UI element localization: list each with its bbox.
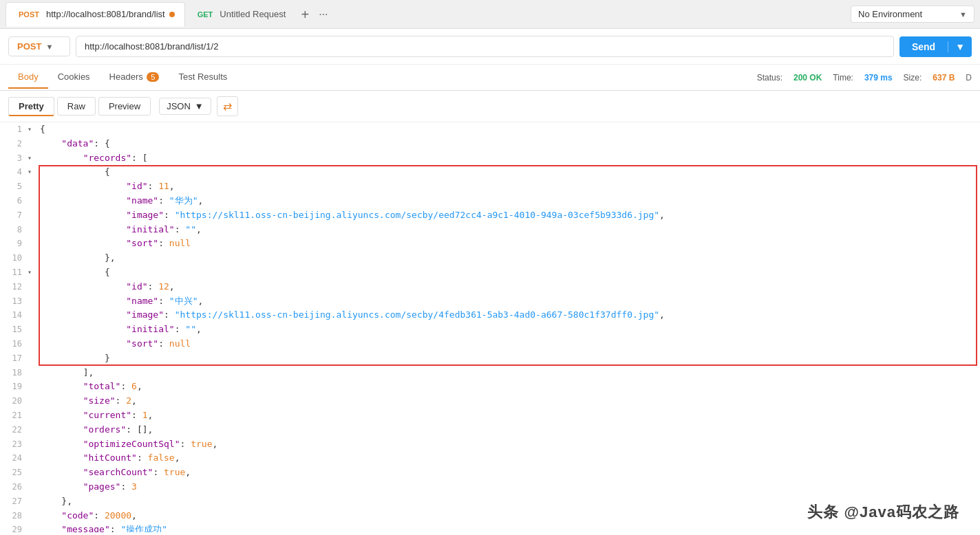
method-badge-get: GET [195,10,216,19]
format-label: JSON [167,101,191,111]
line-content: { [39,265,980,280]
line-content: "current": 1, [39,408,980,423]
table-row: 8 "initial": "", [0,223,980,237]
send-button[interactable]: Send ▼ [899,36,972,57]
line-number: 1 [0,122,28,136]
fold-arrow-icon [28,137,39,138]
table-row: 20 "size": 2, [0,394,980,408]
env-label: No Environment [858,9,922,19]
line-content: "sort": null [39,337,980,351]
table-row: 2 "data": { [0,137,980,151]
line-number: 8 [0,223,28,237]
line-content: } [39,351,980,366]
line-number: 25 [0,466,28,479]
line-number: 5 [0,179,28,193]
line-content: { [39,165,980,179]
tab-inactive-label: Untitled Request [220,9,286,19]
watermark: 头条 @Java码农之路 [807,502,959,523]
line-content: "searchCount": true, [39,466,980,480]
fold-arrow-icon [28,323,39,324]
fold-arrow-icon[interactable]: ▾ [28,265,39,278]
preview-button[interactable]: Preview [98,97,151,116]
url-input[interactable] [76,36,894,57]
fold-arrow-icon [28,523,39,524]
tab-get-inactive[interactable]: GET Untitled Request [185,2,296,27]
fold-arrow-icon [28,509,39,510]
line-content: "initial": "", [39,223,980,237]
fold-arrow-icon[interactable]: ▾ [28,165,39,177]
fold-arrow-icon[interactable]: ▾ [28,151,39,164]
line-number: 26 [0,480,28,494]
line-number: 19 [0,380,28,393]
fold-arrow-icon [28,366,39,367]
fold-arrow-icon [28,179,39,181]
table-row: 10 }, [0,251,980,265]
line-number: 18 [0,366,28,380]
fold-arrow-icon [28,480,39,481]
line-number: 12 [0,280,28,294]
line-content: "id": 12, [39,280,980,294]
body-toolbar: Pretty Raw Preview JSON ▼ ⇄ [0,91,980,122]
table-row: 22 "orders": [], [0,423,980,437]
line-number: 14 [0,308,28,322]
fold-arrow-icon [28,437,39,439]
line-content: "data": { [39,137,980,151]
unsaved-dot [169,12,175,17]
more-tabs-button[interactable]: ··· [315,8,332,21]
line-number: 27 [0,494,28,508]
fold-arrow-icon [28,351,39,353]
line-content: "name": "华为", [39,194,980,208]
wrap-button[interactable]: ⇄ [217,96,238,116]
line-number: 11 [0,265,28,279]
fold-arrow-icon [28,380,39,381]
method-selector[interactable]: POST ▼ [8,36,70,56]
line-content: "orders": [], [39,423,980,437]
line-number: 3 [0,151,28,165]
line-content: "id": 11, [39,179,980,194]
add-tab-button[interactable]: + [295,8,315,21]
tab-headers[interactable]: Headers 5 [100,66,169,89]
table-row: 7 "image": "https://skl11.oss-cn-beijing… [0,208,980,223]
send-arrow-icon[interactable]: ▼ [948,41,972,52]
line-number: 28 [0,509,28,523]
table-row: 15 "initial": "", [0,323,980,337]
environment-selector[interactable]: No Environment ▼ [851,6,974,23]
table-row: 23 "optimizeCountSql": true, [0,437,980,452]
format-chevron-icon: ▼ [195,101,204,111]
table-row: 29 "message": "操作成功" [0,523,980,532]
tab-cookies[interactable]: Cookies [48,66,100,89]
format-selector[interactable]: JSON ▼ [159,98,211,115]
tab-body[interactable]: Body [8,66,48,89]
fold-arrow-icon [28,466,39,467]
method-label: POST [17,41,41,52]
chevron-down-icon: ▼ [959,10,967,19]
table-row: 24 "hitCount": false, [0,451,980,466]
line-number: 10 [0,251,28,265]
table-row: 17 } [0,351,980,366]
line-number: 29 [0,523,28,532]
time-label: Time: [833,73,853,83]
line-number: 15 [0,323,28,336]
line-content: { [39,122,980,137]
fold-arrow-icon [28,223,39,224]
table-row: 13 "name": "中兴", [0,294,980,309]
tab-active-url: http://localhost:8081/brand/list [46,9,165,19]
code-area[interactable]: 1 ▾ { 2 "data": { 3 ▾ "records": [ 4 ▾ {… [0,122,980,532]
fold-arrow-icon[interactable]: ▾ [28,122,39,135]
tab-test-results[interactable]: Test Results [169,66,237,89]
table-row: 18 ], [0,366,980,380]
pretty-button[interactable]: Pretty [8,97,54,116]
line-content: "total": 6, [39,380,980,394]
line-number: 16 [0,337,28,351]
table-row: 11 ▾ { [0,265,980,280]
line-content: }, [39,251,980,265]
table-row: 16 "sort": null [0,337,980,351]
raw-button[interactable]: Raw [57,97,96,116]
table-row: 1 ▾ { [0,122,980,137]
fold-arrow-icon [28,423,39,424]
fold-arrow-icon [28,194,39,195]
time-value: 379 ms [864,73,893,83]
tab-post-active[interactable]: POST http://localhost:8081/brand/list [6,2,185,27]
fold-arrow-icon [28,494,39,496]
status-value: 200 OK [793,73,822,83]
